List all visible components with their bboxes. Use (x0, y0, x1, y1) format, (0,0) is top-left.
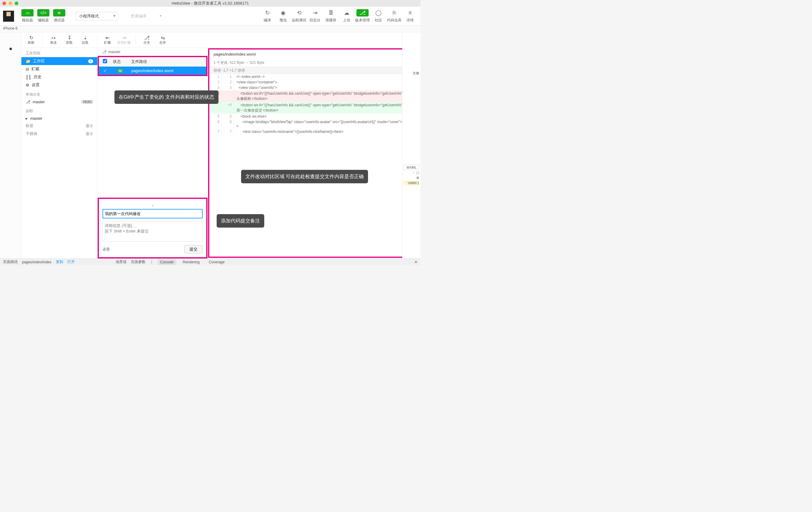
mode-select[interactable]: 小程序模式 (76, 12, 118, 21)
merge-button[interactable]: ⇆合并 (155, 34, 170, 46)
submodule-show-link[interactable]: 显示 (86, 131, 93, 137)
code-repo-label: 代码仓库 (387, 18, 402, 23)
panel-icon[interactable]: ▢ (416, 171, 419, 175)
copy-link[interactable]: 复制 (56, 259, 63, 265)
diff-file-path: pages/index/index.wxml (209, 50, 419, 59)
mode-select-value: 小程序模式 (79, 14, 99, 18)
folder-icon: 📁 (26, 59, 30, 63)
stash-label: 贮藏 (31, 66, 39, 72)
gear-icon: ⚙ (26, 83, 29, 87)
close-window-button[interactable] (2, 2, 6, 5)
background-label: 切后台 (310, 18, 320, 23)
close-icon[interactable]: ✕ (414, 260, 417, 264)
top-toolbar: ▭模拟器 </>编辑器 ≋调试器 小程序模式 普通编译 ↻编译 ◉预览 ⟲远程调… (0, 7, 420, 26)
simulator-button[interactable]: ▭模拟器 (20, 9, 35, 23)
apply-stash-button: ⇥应用贮藏 (116, 34, 132, 46)
code-repo-button[interactable]: ⎘代码仓库 (387, 9, 402, 23)
sidebar-item-submodule[interactable]: 子模块显示 (21, 130, 97, 138)
commit-button[interactable]: 提交 (184, 245, 203, 253)
diff-table: 11<!--index.wxml-->22<view class="contai… (209, 74, 419, 134)
compile-button[interactable]: ↻编译 (260, 9, 274, 23)
changed-files-table: 状态 文件路径 ✓ M pages/index/index.wxml (98, 56, 207, 76)
background-button[interactable]: ⇥切后台 (308, 9, 322, 23)
history-icon: ║║ (26, 75, 31, 79)
compile-select[interactable]: 普通编译 (127, 12, 164, 20)
preview-label: 预览 (280, 18, 287, 23)
diff-line: 33 <view class="userinfo"> (209, 85, 419, 90)
device-bar: iPhone 6 (0, 26, 420, 32)
git-sidebar: 工作空间 📁工作区1 ⊟贮藏 ║║历史 ⚙设置 本地分支 ⎇masterHEAD… (21, 48, 98, 259)
sidebar-item-workspace[interactable]: 📁工作区1 (21, 57, 97, 65)
maximize-window-button[interactable] (14, 2, 18, 5)
local-branch-section-header: 本地分支 (21, 89, 97, 98)
sidebar-item-remote-master[interactable]: ▸master (21, 115, 97, 122)
clear-cache-button[interactable]: ≣清缓存 (323, 9, 338, 23)
select-all-checkbox[interactable] (103, 59, 107, 63)
debugger-label: 调试器 (54, 18, 65, 23)
pull-label: 拉取 (82, 40, 88, 45)
open-link[interactable]: 打开 (67, 259, 75, 265)
sliver-wxml-tab[interactable]: WXML (404, 165, 419, 170)
apply-stash-label: 应用贮藏 (117, 40, 130, 45)
diff-hunk-header: @@ -1,7 +1,7 @@ (209, 67, 419, 74)
gear-icon[interactable]: ⚙ (416, 176, 419, 180)
editor-button[interactable]: </>编辑器 (36, 9, 51, 23)
window-title: HelloGitee - 微信开发者工具 v1.02.1808171 (172, 1, 249, 6)
branch-name: master (108, 50, 120, 54)
sidebar-item-settings[interactable]: ⚙设置 (21, 81, 97, 89)
filelist-header: 状态 文件路径 (99, 57, 206, 66)
statusbar: 页面路径 pages/index/index 复制 打开 场景值 页面参数 ⋮ … (0, 259, 420, 265)
callout-filelist: 在Git中产生了变化的 文件列表和对应的状态 (114, 90, 219, 104)
branch-icon: ⎇ (144, 35, 149, 40)
debugger-button[interactable]: ≋调试器 (52, 9, 66, 23)
fetch-button[interactable]: ↧抓取 (62, 34, 77, 46)
page-path: pages/index/index (22, 260, 52, 264)
commit-box: ⌄ 诺墨 提交 (98, 198, 207, 259)
tags-show-link[interactable]: 显示 (86, 124, 93, 129)
console-tab[interactable]: Console (158, 259, 176, 265)
upload-label: 上传 (343, 18, 350, 23)
stash-button[interactable]: ⇤贮藏 (100, 34, 115, 46)
community-button[interactable]: ◯社区 (371, 9, 386, 23)
push-icon: ↦ (52, 35, 56, 40)
callout-commit: 添加代码提交备注 (216, 214, 264, 227)
push-button[interactable]: ↦推送 (46, 34, 61, 46)
upload-button[interactable]: ☁上传 (339, 9, 354, 23)
preview-button[interactable]: ◉预览 (276, 9, 290, 23)
diff-line: 11<!--index.wxml--> (209, 74, 419, 79)
main-area: ↻刷新 ↦推送 ↧抓取 ⇣拉取 ⇤贮藏 ⇥应用贮藏 ⎇分支 ⇆合并 ▣终端打开 … (0, 32, 420, 259)
collapse-handle[interactable]: ⌄ (103, 203, 203, 207)
coverage-tab[interactable]: Coverage (206, 259, 227, 265)
pull-icon: ⇣ (83, 35, 87, 40)
diff-line: 77 <text class="userinfo-nickname">{{use… (209, 129, 419, 134)
simulator-label: 模拟器 (22, 18, 33, 23)
commit-detail-input[interactable] (103, 221, 203, 242)
remote-master-label: master (30, 116, 42, 121)
rendering-tab[interactable]: Rendering (180, 259, 202, 265)
branch-button[interactable]: ⎇分支 (140, 34, 154, 46)
pull-button[interactable]: ⇣拉取 (78, 34, 92, 46)
local-master-label: master (33, 100, 45, 104)
avatar[interactable] (3, 11, 14, 22)
details-label: 详情 (406, 18, 414, 23)
more-icon[interactable]: ⋮ (150, 260, 153, 264)
remote-debug-button[interactable]: ⟲远程调试 (292, 9, 307, 23)
sidebar-item-stash[interactable]: ⊟贮藏 (21, 65, 97, 73)
more-icon[interactable]: ⋮ (412, 171, 415, 175)
refresh-button[interactable]: ↻刷新 (24, 34, 38, 46)
clear-cache-label: 清缓存 (325, 18, 336, 23)
version-manage-button[interactable]: ⎇版本管理 (355, 9, 370, 23)
sidebar-item-history[interactable]: ║║历史 (21, 73, 97, 81)
version-manage-label: 版本管理 (355, 18, 370, 23)
details-button[interactable]: ≡详情 (403, 9, 417, 23)
editor-label: 编辑器 (38, 18, 49, 23)
commit-summary-input[interactable] (103, 209, 203, 218)
filelist-panel: ⎇master 状态 文件路径 ✓ M pages/index/index.wx… (98, 48, 207, 259)
sidebar-item-local-master[interactable]: ⎇masterHEAD (21, 98, 97, 105)
file-row[interactable]: ✓ M pages/index/index.wxml (99, 66, 206, 75)
submodule-label: 子模块 (26, 131, 37, 137)
separator (42, 35, 42, 45)
git-toolbar: ↻刷新 ↦推送 ↧抓取 ⇣拉取 ⇤贮藏 ⇥应用贮藏 ⎇分支 ⇆合并 ▣终端打开 (21, 32, 420, 48)
minimize-window-button[interactable] (8, 2, 12, 5)
sidebar-item-tags[interactable]: 标签显示 (21, 122, 97, 130)
